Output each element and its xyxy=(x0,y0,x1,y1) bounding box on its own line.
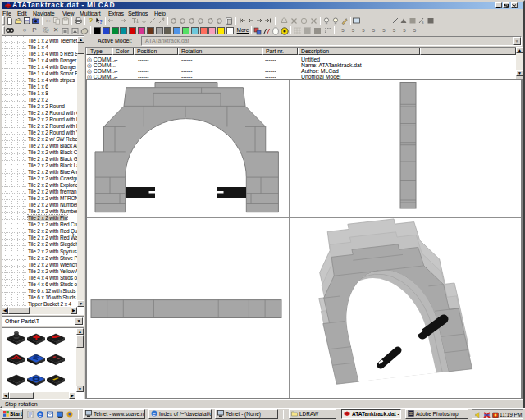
svg-text:?: ? xyxy=(99,19,103,25)
svg-text:e: e xyxy=(39,411,42,418)
svg-text:e: e xyxy=(153,411,156,417)
svg-text:s: s xyxy=(422,20,424,25)
